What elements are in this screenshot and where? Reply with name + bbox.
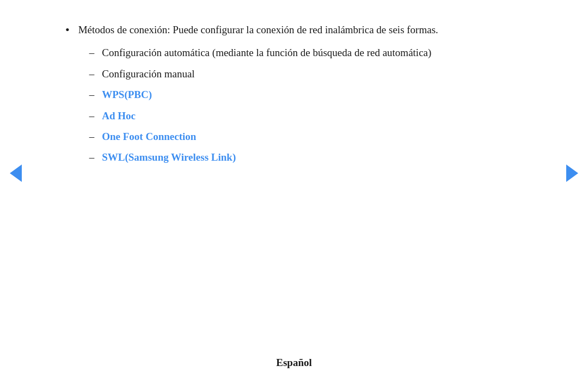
sub-dash: – bbox=[89, 66, 95, 82]
bullet-dot: • bbox=[65, 21, 70, 39]
sub-item-one-foot: – One Foot Connection bbox=[89, 129, 438, 145]
sub-item-wps-pbc: – WPS(PBC) bbox=[89, 87, 438, 103]
sub-item-ad-hoc: – Ad Hoc bbox=[89, 108, 438, 124]
footer-label: Español bbox=[276, 357, 311, 368]
sub-item-manual-config: – Configuración manual bbox=[89, 66, 438, 82]
sub-text-one-foot[interactable]: One Foot Connection bbox=[102, 129, 196, 145]
list-item: • Métodos de conexión: Puede configurar … bbox=[65, 22, 523, 170]
footer: Español bbox=[0, 346, 588, 384]
sub-text-auto-config: Configuración automática (mediante la fu… bbox=[102, 45, 431, 61]
sub-dash: – bbox=[89, 45, 95, 61]
sub-text-swl[interactable]: SWL(Samsung Wireless Link) bbox=[102, 149, 236, 166]
sub-text-ad-hoc[interactable]: Ad Hoc bbox=[102, 108, 136, 124]
nav-arrow-left[interactable] bbox=[10, 164, 22, 182]
bullet-list: • Métodos de conexión: Puede configurar … bbox=[65, 22, 523, 170]
sub-item-auto-config: – Configuración automática (mediante la … bbox=[89, 45, 438, 61]
page-container: • Métodos de conexión: Puede configurar … bbox=[0, 0, 588, 384]
sub-dash: – bbox=[89, 129, 95, 145]
sub-text-wps-pbc[interactable]: WPS(PBC) bbox=[102, 87, 152, 103]
bullet-main-text: Métodos de conexión: Puede configurar la… bbox=[78, 24, 438, 35]
sub-text-manual-config: Configuración manual bbox=[102, 66, 194, 82]
sub-dash: – bbox=[89, 108, 95, 124]
sub-list: – Configuración automática (mediante la … bbox=[89, 45, 438, 166]
sub-dash: – bbox=[89, 87, 95, 103]
sub-dash: – bbox=[89, 149, 95, 166]
sub-item-swl: – SWL(Samsung Wireless Link) bbox=[89, 149, 438, 166]
main-content: • Métodos de conexión: Puede configurar … bbox=[0, 0, 588, 346]
nav-arrow-right[interactable] bbox=[566, 164, 578, 182]
bullet-item-content: Métodos de conexión: Puede configurar la… bbox=[78, 22, 438, 170]
